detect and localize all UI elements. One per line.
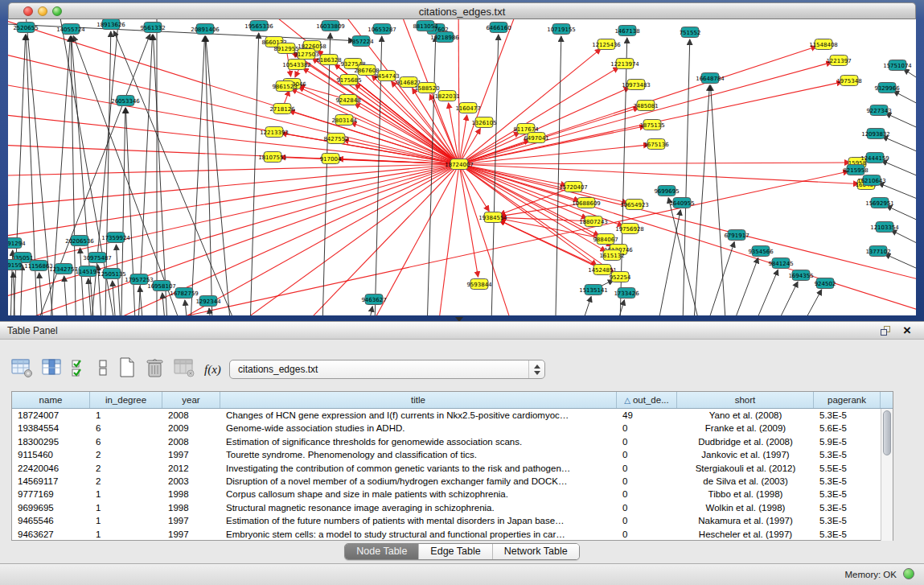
graph-node[interactable]: 9561332 bbox=[140, 23, 165, 33]
graph-node[interactable]: 1975348 bbox=[836, 76, 861, 86]
vertical-scrollbar[interactable] bbox=[881, 409, 893, 541]
graph-node[interactable]: 9175685 bbox=[336, 75, 361, 85]
graph-node[interactable]: 1160477 bbox=[455, 103, 480, 113]
table-row[interactable]: 2242004622012Investigating the contribut… bbox=[12, 462, 881, 475]
graph-node[interactable]: 924502 bbox=[815, 278, 836, 289]
graph-node[interactable]: 1694355 bbox=[788, 270, 813, 281]
graph-node[interactable]: 30975487 bbox=[83, 253, 112, 263]
column-header-pagerank[interactable]: pagerank bbox=[814, 392, 881, 408]
graph-node[interactable]: 20891406 bbox=[191, 24, 220, 35]
graph-node[interactable]: 1377102 bbox=[865, 246, 890, 257]
graph-node[interactable]: 1615132 bbox=[599, 250, 624, 261]
table-row[interactable]: 1830029562008Estimation of significance … bbox=[12, 435, 881, 448]
graph-node[interactable]: 15751074 bbox=[883, 60, 912, 71]
graph-node[interactable]: 14055724 bbox=[56, 24, 85, 35]
graph-node[interactable]: 2520655 bbox=[13, 23, 38, 33]
column-settings-icon[interactable] bbox=[11, 357, 33, 381]
delete-table-icon[interactable] bbox=[146, 356, 165, 382]
column-header-short[interactable]: short bbox=[677, 392, 814, 408]
graph-node[interactable]: 19654923 bbox=[620, 200, 649, 210]
graph-node[interactable]: 1891294 bbox=[8, 238, 26, 249]
graph-node[interactable]: 12103354 bbox=[870, 222, 899, 233]
close-panel-icon[interactable]: × bbox=[903, 323, 911, 339]
graph-node[interactable]: 6791917 bbox=[724, 230, 749, 241]
graph-node[interactable]: 16033809 bbox=[316, 21, 345, 31]
table-row[interactable]: 946362711997Embryonic stem cells: a mode… bbox=[12, 528, 881, 541]
graph-node[interactable]: 1733426 bbox=[614, 288, 639, 299]
table-selector-combobox[interactable]: citations_edges.txt bbox=[229, 360, 545, 379]
graph-node[interactable]: 7857224 bbox=[348, 36, 374, 47]
graph-node[interactable]: 12213393 bbox=[260, 127, 289, 138]
graph-node[interactable]: 10653287 bbox=[368, 24, 396, 35]
graph-node[interactable]: 20206536 bbox=[65, 236, 94, 246]
graph-node[interactable]: 1675136 bbox=[643, 139, 669, 150]
graph-node[interactable]: 1221397 bbox=[826, 56, 851, 66]
graph-node[interactable]: 19565336 bbox=[244, 21, 273, 31]
graph-node[interactable]: 9699695 bbox=[654, 186, 679, 196]
graph-node[interactable]: 9227343 bbox=[866, 105, 891, 116]
tab-network-table[interactable]: Network Table bbox=[493, 544, 579, 559]
tab-node-table[interactable]: Node Table bbox=[345, 544, 419, 559]
graph-node[interactable]: 10688609 bbox=[572, 198, 601, 208]
graph-node[interactable]: 6497041 bbox=[524, 133, 548, 143]
select-all-checkboxes-icon[interactable] bbox=[71, 357, 88, 381]
graph-node[interactable]: 12093832 bbox=[861, 129, 890, 139]
graph-node[interactable]: 9841245 bbox=[768, 258, 793, 269]
graph-node[interactable]: 751552 bbox=[680, 27, 701, 38]
graph-node[interactable]: 9593844 bbox=[466, 279, 492, 290]
graph-node[interactable]: 8186328 bbox=[316, 55, 341, 65]
graph-node[interactable]: 6466160 bbox=[486, 23, 511, 33]
graph-node[interactable]: 1326105 bbox=[471, 117, 496, 128]
table-row[interactable]: 977716911998Corpus callosum shape and si… bbox=[12, 488, 881, 501]
graph-node[interactable]: 15692951 bbox=[865, 198, 894, 208]
graph-node[interactable]: 1875135 bbox=[639, 120, 664, 130]
memory-status-indicator[interactable] bbox=[903, 568, 914, 579]
graph-node[interactable]: 9354566 bbox=[748, 246, 774, 257]
graph-node[interactable]: 1467138 bbox=[614, 26, 639, 36]
table-row[interactable]: 969969511998Structural magnetic resonanc… bbox=[12, 501, 881, 514]
scrollbar-thumb[interactable] bbox=[883, 410, 891, 455]
graph-node[interactable]: 9242848 bbox=[335, 95, 360, 105]
graph-node[interactable]: 16648784 bbox=[696, 73, 725, 84]
graph-node[interactable]: 1822031 bbox=[434, 91, 459, 101]
graph-node[interactable]: 8427552 bbox=[323, 134, 348, 144]
graph-node[interactable]: 2718126 bbox=[269, 104, 295, 114]
graph-node[interactable]: 10543382 bbox=[282, 60, 311, 70]
network-canvas[interactable]: 1872400786601238912955182260589127503818… bbox=[8, 19, 916, 315]
graph-node[interactable]: 10719155 bbox=[547, 24, 576, 35]
graph-node[interactable]: 1588520 bbox=[414, 83, 439, 93]
graph-node[interactable]: 12213974 bbox=[610, 59, 639, 69]
column-header-year[interactable]: year bbox=[162, 392, 220, 408]
graph-node[interactable]: 18913626 bbox=[97, 19, 125, 30]
function-builder-icon[interactable]: f(x) bbox=[204, 363, 221, 377]
graph-node[interactable]: 7485081 bbox=[633, 101, 658, 111]
graph-node[interactable]: 9463627 bbox=[361, 295, 386, 305]
table-row[interactable]: 911546021997Tourette syndrome. Phenomeno… bbox=[12, 448, 881, 461]
unselect-rows-icon[interactable] bbox=[97, 357, 109, 381]
graph-node[interactable]: 17359924 bbox=[101, 233, 130, 243]
column-header-out_de[interactable]: △out_de... bbox=[617, 392, 677, 408]
graph-node[interactable]: 1292344 bbox=[195, 296, 221, 307]
graph-node[interactable]: 1640955 bbox=[669, 198, 694, 208]
graph-node[interactable]: 12342757 bbox=[49, 264, 78, 274]
table-row[interactable]: 1456911722003Disruption of a novel membe… bbox=[12, 475, 881, 488]
graph-node[interactable]: 9884067 bbox=[593, 234, 618, 245]
table-row[interactable]: 1938455462009Genome-wide association stu… bbox=[12, 422, 881, 435]
graph-node[interactable]: 9329966 bbox=[874, 83, 900, 93]
select-column-icon[interactable] bbox=[42, 357, 62, 381]
new-table-icon[interactable] bbox=[117, 356, 137, 382]
graph-node[interactable]: 18107551 bbox=[258, 152, 287, 163]
column-header-in_degree[interactable]: in_degree bbox=[90, 392, 162, 408]
tab-edge-table[interactable]: Edge Table bbox=[419, 544, 492, 559]
graph-node[interactable]: 917004 bbox=[320, 154, 342, 164]
table-row[interactable]: 1872400712008Changes of HCN gene express… bbox=[12, 409, 881, 422]
float-panel-icon[interactable] bbox=[881, 326, 892, 336]
column-header-title[interactable]: title bbox=[220, 392, 617, 408]
table-row[interactable]: 946554611997Estimation of the future num… bbox=[12, 514, 881, 527]
graph-node[interactable]: 8215958 bbox=[843, 165, 868, 175]
graph-node[interactable]: 39159 bbox=[8, 260, 22, 270]
graph-node[interactable]: 12125436 bbox=[592, 39, 621, 50]
graph-node[interactable]: 9861523 bbox=[272, 81, 297, 92]
graph-node[interactable]: 15135141 bbox=[579, 285, 608, 295]
column-header-name[interactable]: name bbox=[12, 392, 90, 408]
